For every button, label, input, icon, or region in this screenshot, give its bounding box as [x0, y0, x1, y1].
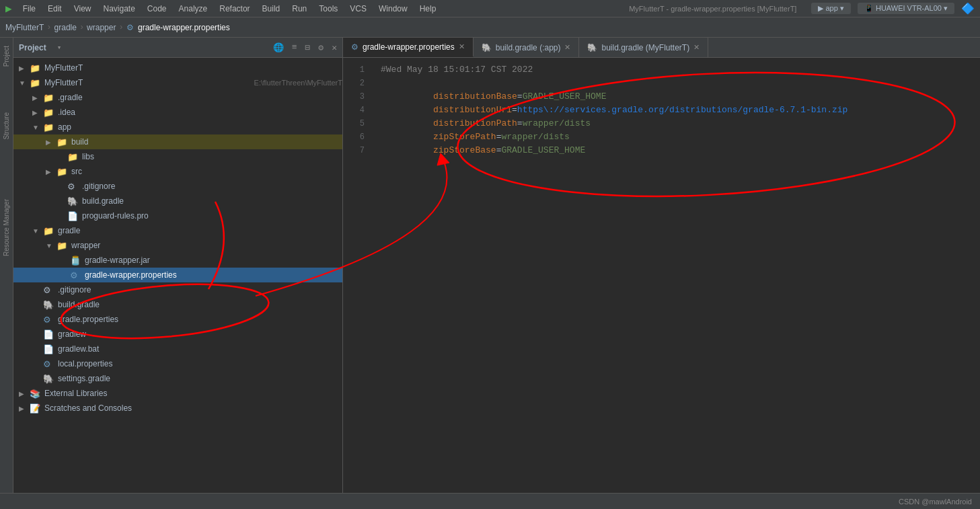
- tree-item-external-libs[interactable]: ▶ 📚 External Libraries: [13, 386, 342, 401]
- key: distributionUrl: [433, 105, 512, 115]
- breadcrumb-sep-3: ›: [118, 23, 123, 32]
- tab-icon: ⚙: [351, 42, 359, 52]
- menu-vcs[interactable]: VCS: [344, 3, 372, 15]
- menu-tools[interactable]: Tools: [313, 3, 343, 15]
- menu-build[interactable]: Build: [257, 3, 286, 15]
- tree-arrow: ▼: [32, 124, 43, 131]
- tab-label: build.gradle (MyFlutterT): [601, 43, 689, 52]
- menu-refactor[interactable]: Refactor: [214, 3, 255, 15]
- tree-label: build: [71, 137, 342, 147]
- tree-label: .gitignore: [58, 285, 342, 295]
- breadcrumb-sep-2: ›: [79, 23, 84, 32]
- tree-label: MyFlutterT: [44, 63, 342, 73]
- breadcrumb-gradle[interactable]: gradle: [54, 23, 77, 32]
- tree-item-gradle-properties[interactable]: ⚙ gradle.properties: [13, 312, 342, 327]
- tree-item-gradle-wrapper-props[interactable]: ⚙ gradle-wrapper.properties: [13, 268, 342, 282]
- sidebar-tree[interactable]: ▶ 📁 MyFlutterT ▼ 📁 MyFlutterT E:\flutter…: [13, 58, 342, 493]
- tree-item-gradlew[interactable]: 📄 gradlew: [13, 327, 342, 342]
- tree-item-libs[interactable]: 📁 libs: [13, 149, 342, 164]
- tree-arrow: ▶: [19, 390, 30, 397]
- tree-item-idea[interactable]: ▶ 📁 .idea: [13, 105, 342, 120]
- equals: =: [512, 105, 517, 115]
- sidebar-collapse-all-icon[interactable]: ≡: [292, 42, 297, 52]
- device-dropdown[interactable]: 📱 HUAWEI VTR-AL00 ▾: [858, 3, 954, 14]
- tree-item-build-gradle-root[interactable]: 🐘 build.gradle: [13, 297, 342, 312]
- tree-label: Scratches and Consoles: [44, 403, 342, 413]
- sidebar-dropdown-arrow[interactable]: ▾: [57, 43, 62, 52]
- tab-build-root[interactable]: 🐘 build.gradle (MyFlutterT) ✕: [579, 38, 708, 57]
- tab-gradle-wrapper-props[interactable]: ⚙ gradle-wrapper.properties ✕: [343, 38, 474, 57]
- editor-content[interactable]: 1 2 3 4 5 6 7 #Wed May 18 15:01:17 CST 2…: [343, 58, 980, 493]
- tree-label: wrapper: [71, 241, 342, 250]
- menu-navigate[interactable]: Navigate: [98, 3, 140, 15]
- tree-item-src[interactable]: ▶ 📁 src: [13, 164, 342, 179]
- tab-close-build-root[interactable]: ✕: [693, 43, 700, 52]
- gradle-icon: 🐘: [43, 300, 55, 310]
- sidebar-gear-icon[interactable]: ⚙: [318, 42, 324, 53]
- tree-label: local.properties: [58, 359, 342, 368]
- gitignore-icon: ⚙: [67, 182, 79, 192]
- breadcrumb-myfluttert[interactable]: MyFlutterT: [5, 23, 44, 32]
- tab-build-app[interactable]: 🐘 build.gradle (:app) ✕: [474, 38, 580, 57]
- menu-window[interactable]: Window: [373, 3, 413, 15]
- tree-item-settings-gradle[interactable]: 🐘 settings.gradle: [13, 371, 342, 386]
- breadcrumb-wrapper[interactable]: wrapper: [87, 23, 116, 32]
- tab-close-props[interactable]: ✕: [459, 42, 465, 51]
- main-area: Project Structure Resource Manager Proje…: [0, 38, 980, 493]
- properties-icon: ⚙: [43, 359, 55, 369]
- tree-item-dotgradle[interactable]: ▶ 📁 .gradle: [13, 90, 342, 105]
- tree-item-myfluttert-root[interactable]: ▶ 📁 MyFlutterT: [13, 61, 342, 75]
- menu-run[interactable]: Run: [287, 3, 312, 15]
- tab-close-build-app[interactable]: ✕: [564, 43, 570, 52]
- tree-label: build.gradle: [82, 196, 342, 206]
- tree-label: .gradle: [58, 93, 342, 102]
- tree-item-app[interactable]: ▼ 📁 app: [13, 120, 342, 134]
- tree-item-gitignore-root[interactable]: ⚙ .gitignore: [13, 282, 342, 297]
- tree-item-gradle[interactable]: ▼ 📁 gradle: [13, 223, 342, 238]
- folder-icon: 📁: [30, 63, 42, 73]
- menu-analyze[interactable]: Analyze: [174, 3, 213, 15]
- tree-item-wrapper[interactable]: ▼ 📁 wrapper: [13, 238, 342, 253]
- tree-item-gitignore-app[interactable]: ⚙ .gitignore: [13, 179, 342, 194]
- resource-manager-strip-label[interactable]: Resource Manager: [3, 199, 10, 256]
- app-icon: ▶: [5, 2, 12, 15]
- tree-item-proguard[interactable]: 📄 proguard-rules.pro: [13, 208, 342, 223]
- scratch-icon: 📝: [30, 403, 42, 414]
- menu-help[interactable]: Help: [414, 3, 442, 15]
- tree-label: gradle-wrapper.properties: [85, 270, 342, 280]
- menu-code[interactable]: Code: [142, 3, 172, 15]
- sidebar-close-icon[interactable]: ✕: [332, 42, 337, 53]
- menu-edit[interactable]: Edit: [42, 3, 67, 15]
- tree-item-gradle-wrapper-jar[interactable]: 🫙 gradle-wrapper.jar: [13, 253, 342, 268]
- structure-strip-label[interactable]: Structure: [3, 112, 10, 140]
- value: GRADLE_USER_HOME: [523, 91, 607, 102]
- left-strip: Project Structure Resource Manager: [0, 38, 13, 493]
- breadcrumb-file[interactable]: ⚙ gradle-wrapper.properties: [126, 23, 230, 32]
- folder-icon: 📁: [30, 78, 42, 88]
- tree-label: libs: [82, 152, 342, 161]
- tree-label: proguard-rules.pro: [82, 211, 342, 221]
- menu-view[interactable]: View: [69, 3, 97, 15]
- sidebar-equalizer-icon[interactable]: ⊟: [305, 42, 311, 53]
- tree-arrow: ▶: [19, 65, 30, 72]
- key: distributionPath: [433, 118, 517, 128]
- project-strip-label[interactable]: Project: [3, 46, 10, 67]
- tree-item-build-gradle-app[interactable]: 🐘 build.gradle: [13, 194, 342, 208]
- tree-item-scratches[interactable]: ▶ 📝 Scratches and Consoles: [13, 401, 342, 416]
- sidebar-title: Project: [19, 43, 46, 52]
- tree-label: External Libraries: [44, 389, 342, 398]
- menu-file[interactable]: File: [17, 3, 41, 15]
- run-config-dropdown[interactable]: ▶ app ▾: [811, 3, 850, 14]
- tab-icon: 🐘: [482, 43, 492, 52]
- code-editor[interactable]: #Wed May 18 15:01:17 CST 2022 distributi…: [370, 58, 980, 493]
- sidebar-globe-icon[interactable]: 🌐: [273, 42, 284, 53]
- tree-label: build.gradle: [58, 300, 342, 309]
- equals: =: [517, 118, 523, 128]
- tree-label: gradlew.bat: [58, 344, 342, 354]
- value: https\://services.gradle.org/distributio…: [517, 105, 847, 115]
- tree-item-gradlew-bat[interactable]: 📄 gradlew.bat: [13, 342, 342, 356]
- tree-item-local-properties[interactable]: ⚙ local.properties: [13, 356, 342, 371]
- folder-icon: 📁: [56, 241, 69, 251]
- tree-item-build[interactable]: ▶ 📁 build: [13, 134, 342, 149]
- tree-item-myfluttert[interactable]: ▼ 📁 MyFlutterT E:\flutterThreen\MyFlutte…: [13, 75, 342, 90]
